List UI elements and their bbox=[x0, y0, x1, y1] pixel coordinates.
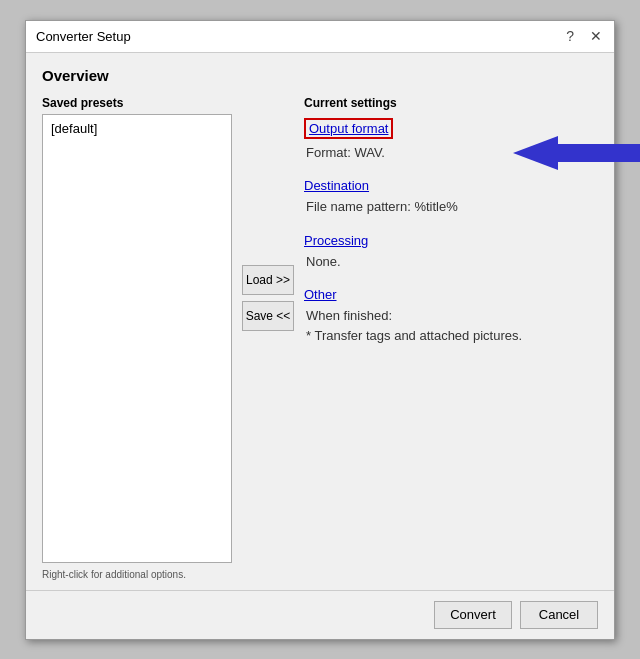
save-button[interactable]: Save << bbox=[242, 301, 294, 331]
current-settings-label: Current settings bbox=[304, 96, 598, 110]
other-value: When finished:* Transfer tags and attach… bbox=[304, 306, 598, 345]
saved-presets-label: Saved presets bbox=[42, 96, 232, 110]
destination-value: File name pattern: %title% bbox=[304, 197, 598, 217]
dialog-footer: Convert Cancel bbox=[26, 590, 614, 639]
destination-section: Destination File name pattern: %title% bbox=[304, 178, 598, 217]
title-bar-left: Converter Setup bbox=[36, 29, 131, 44]
processing-section: Processing None. bbox=[304, 233, 598, 272]
processing-link[interactable]: Processing bbox=[304, 233, 368, 248]
load-button[interactable]: Load >> bbox=[242, 265, 294, 295]
overview-heading: Overview bbox=[42, 67, 598, 84]
preset-item-default[interactable]: [default] bbox=[47, 119, 227, 138]
other-link[interactable]: Other bbox=[304, 287, 337, 302]
right-click-hint: Right-click for additional options. bbox=[42, 569, 232, 580]
converter-setup-dialog: Converter Setup ? ✕ Overview Saved prese… bbox=[25, 20, 615, 640]
dialog-body: Overview Saved presets [default] Right-c… bbox=[26, 53, 614, 590]
right-panel: Current settings Output format Format: W… bbox=[304, 96, 598, 580]
processing-value: None. bbox=[304, 252, 598, 272]
left-panel: Saved presets [default] Right-click for … bbox=[42, 96, 232, 580]
cancel-button[interactable]: Cancel bbox=[520, 601, 598, 629]
middle-buttons: Load >> Save << bbox=[232, 96, 304, 580]
output-format-value: Format: WAV. bbox=[304, 143, 598, 163]
convert-button[interactable]: Convert bbox=[434, 601, 512, 629]
presets-list[interactable]: [default] bbox=[42, 114, 232, 563]
dialog-title: Converter Setup bbox=[36, 29, 131, 44]
close-button[interactable]: ✕ bbox=[588, 28, 604, 44]
output-format-link[interactable]: Output format bbox=[304, 118, 393, 139]
main-area: Saved presets [default] Right-click for … bbox=[42, 96, 598, 580]
help-button[interactable]: ? bbox=[564, 28, 576, 44]
title-bar-controls: ? ✕ bbox=[564, 28, 604, 44]
other-section: Other When finished:* Transfer tags and … bbox=[304, 287, 598, 345]
destination-link[interactable]: Destination bbox=[304, 178, 369, 193]
title-bar: Converter Setup ? ✕ bbox=[26, 21, 614, 53]
output-format-section: Output format Format: WAV. bbox=[304, 118, 598, 163]
